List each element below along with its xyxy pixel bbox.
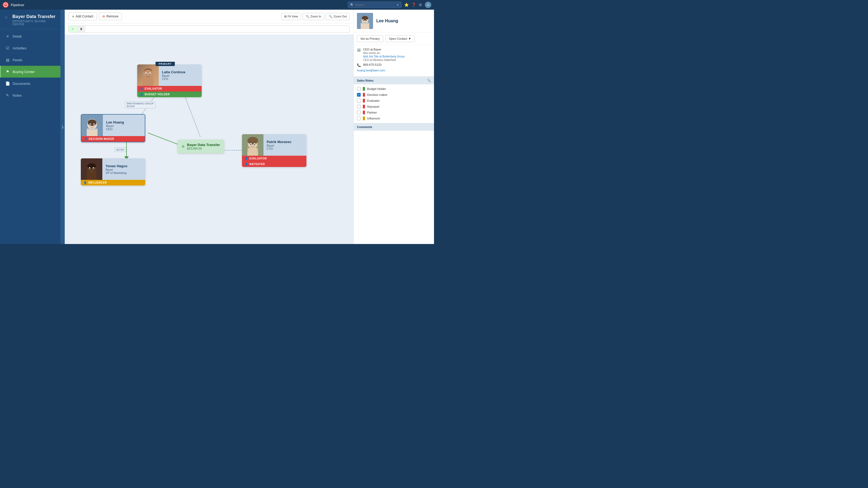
svg-point-37: [250, 144, 251, 145]
conn-label-bayer: BAYER: [115, 148, 126, 152]
role-checkbox-partner[interactable]: [357, 110, 361, 115]
sidebar-item-documents[interactable]: 📄 Documents: [0, 77, 60, 89]
naysayer-label-patrik: NAYSAYER: [249, 163, 265, 166]
search-icon: 🔍: [350, 3, 354, 7]
add-contact-label: Add Contact: [75, 14, 93, 18]
plus-icon: +: [72, 14, 74, 19]
also-works-link-1[interactable]: Add Job Title at Breitenberg Group: [363, 55, 404, 58]
email-address[interactable]: huang.lee@baer.com: [357, 69, 385, 72]
avatar-yonas: [81, 158, 102, 180]
diagram-canvas[interactable]: PRIMARY: [65, 35, 353, 244]
detail-avatar: [357, 13, 373, 29]
sales-roles-search-icon[interactable]: 🔍: [427, 79, 431, 82]
svg-rect-17: [87, 129, 97, 136]
svg-point-30: [93, 168, 94, 169]
card-company-yonas: Bayer: [105, 168, 127, 171]
activities-icon: ☑: [5, 46, 10, 50]
card-title-yonas: VP of Marketing: [105, 171, 127, 174]
budget-holder-label: BUDGET HOLDER: [145, 93, 170, 96]
phone-number: 869-675-5120: [363, 63, 382, 66]
zoom-out-button[interactable]: 🔍 Zoom Out: [326, 13, 350, 20]
svg-point-13: [149, 73, 150, 75]
badge-budget-holder-latia: 👤 BUDGET HOLDER: [137, 92, 202, 97]
notes-icon: ✎: [5, 93, 10, 97]
check-toolbar: ✓ ⏸: [65, 23, 353, 35]
sidebar-item-activities[interactable]: ☑ Activities: [0, 42, 60, 54]
contact-card-patrik[interactable]: Patrik Moravec Bayer CTO 👤 EVALUATOR 👤 N…: [242, 134, 306, 167]
card-body-lee: Lee Huang Bayer CEO: [82, 115, 145, 136]
search-input[interactable]: [355, 3, 395, 6]
star-icon[interactable]: ⭐: [404, 3, 409, 7]
card-info-yonas: Yonas Hagos Bayer VP of Marketing: [102, 158, 130, 180]
check-btn-check[interactable]: ✓: [69, 26, 77, 32]
card-name-latia: Latia Cordova: [162, 70, 185, 74]
main-container: ☆ Bayer Data Transfer OPPORTUNITY: Buyin…: [0, 10, 434, 244]
search-box[interactable]: 🔍 ▼: [348, 2, 402, 8]
buying-center-icon: ⚑: [5, 69, 10, 74]
opp-node-amount: $23,000.00: [187, 147, 220, 150]
sidebar-item-feeds[interactable]: ▤ Feeds: [0, 54, 60, 66]
settings-icon[interactable]: ⚙: [419, 3, 422, 7]
opportunity-node[interactable]: ≡ Bayer Data Transfer $23,000.00: [178, 139, 224, 153]
svg-point-38: [254, 144, 255, 145]
opp-star[interactable]: ☆: [4, 15, 8, 20]
dropdown-arrow-icon[interactable]: ▼: [408, 37, 411, 40]
role-checkbox-naysayer[interactable]: [357, 105, 361, 108]
role-color-decision-maker: [363, 93, 365, 97]
role-checkbox-evaluator[interactable]: [357, 99, 361, 102]
card-body-patrik: Patrik Moravec Bayer CTO: [242, 134, 306, 156]
also-works-label: Also works as:: [363, 52, 404, 55]
role-checkbox-influencer[interactable]: [357, 117, 361, 120]
sidebar-item-feeds-label: Feeds: [12, 58, 22, 62]
card-title-patrik: CTO: [267, 147, 292, 150]
decision-maker-icon: 👤: [84, 137, 88, 140]
open-contact-button[interactable]: Open Contact ▼: [385, 35, 415, 42]
main-panel: + Add Contact ⊖ Remove ⊞ Fit View: [65, 10, 434, 244]
zoom-in-button[interactable]: 🔍 Zoom In: [303, 13, 324, 20]
sidebar-item-buying-center[interactable]: ⚑ Buying Center: [0, 66, 60, 77]
job-title: CEO at Bayer: [363, 48, 404, 51]
contact-card-latia[interactable]: Latia Cordova Bayer CFO 👤 EVALUATOR 👤 BU…: [137, 64, 202, 97]
email-row: huang.lee@baer.com: [357, 69, 431, 72]
role-checkbox-decision-maker[interactable]: ✓: [357, 93, 361, 97]
comments-body[interactable]: [354, 131, 434, 244]
role-color-evaluator: [363, 99, 365, 102]
card-title-latia: CFO: [162, 77, 185, 80]
role-color-budget-holder: [363, 87, 365, 91]
avatar-patrik: [242, 134, 264, 156]
fit-view-button[interactable]: ⊞ Fit View: [281, 13, 301, 20]
evaluator-label-patrik: EVALUATOR: [249, 157, 267, 160]
sidebar-item-detail-label: Detail: [12, 34, 22, 38]
add-contact-button[interactable]: + Add Contact: [68, 12, 97, 21]
sidebar-collapse[interactable]: ❯: [60, 10, 65, 244]
right-panel: Lee Huang Set as Primary Open Contact ▼ …: [353, 10, 434, 244]
influencer-label: INFLUENCER: [88, 181, 107, 184]
role-color-partner: [363, 110, 365, 115]
sidebar-item-detail[interactable]: ≡ Detail: [0, 30, 60, 42]
conn-label-breitenberg: BREITENBERG GROUPBAYER: [125, 101, 155, 108]
evaluator-icon-patrik: 👤: [245, 157, 248, 160]
remove-button[interactable]: ⊖ Remove: [99, 12, 122, 20]
svg-rect-26: [87, 172, 96, 180]
contact-card-lee[interactable]: Lee Huang Bayer CEO 👤 DECISION MAKER: [81, 114, 145, 142]
contact-card-yonas[interactable]: Yonas Hagos Bayer VP of Marketing 👤 INFL…: [81, 158, 145, 186]
job-title-row: 🏢 CEO at Bayer Also works as: Add Job Ti…: [357, 48, 431, 62]
card-company-lee: Bayer: [106, 124, 124, 128]
detail-icon: ≡: [5, 34, 10, 38]
sidebar-item-notes[interactable]: ✎ Notes: [0, 89, 60, 101]
also-works-1: Add Job Title at Breitenberg Group: [363, 55, 404, 58]
set-primary-button[interactable]: Set as Primary: [357, 35, 383, 42]
help-icon[interactable]: ❓: [411, 3, 416, 7]
fit-icon: ⊞: [284, 15, 286, 18]
phone-row: 📞 869-675-5120: [357, 63, 431, 67]
role-checkbox-budget-holder[interactable]: [357, 87, 361, 91]
user-avatar[interactable]: U: [425, 2, 431, 8]
detail-info: 🏢 CEO at Bayer Also works as: Add Job Ti…: [354, 45, 434, 76]
remove-label: Remove: [106, 14, 118, 18]
card-name-patrik: Patrik Moravec: [267, 140, 292, 144]
open-contact-label: Open Contact: [389, 37, 407, 40]
check-btn-pause[interactable]: ⏸: [77, 26, 85, 32]
search-dropdown-icon[interactable]: ▼: [396, 3, 399, 6]
card-company-latia: Bayer: [162, 74, 185, 77]
card-info-patrik: Patrik Moravec Bayer CTO: [264, 134, 295, 156]
